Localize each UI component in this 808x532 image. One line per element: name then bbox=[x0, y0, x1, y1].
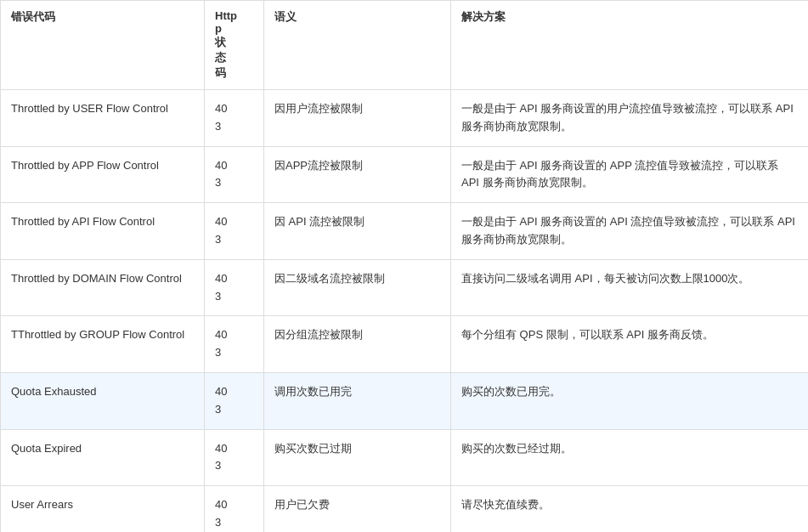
error-code-cell: Throttled by USER Flow Control bbox=[1, 90, 205, 147]
error-code-cell: TThrottled by GROUP Flow Control bbox=[1, 316, 205, 373]
meaning-cell: 调用次数已用完 bbox=[264, 372, 451, 429]
error-code-cell: Throttled by API Flow Control bbox=[1, 203, 205, 260]
meaning-cell: 因APP流控被限制 bbox=[264, 146, 451, 203]
solution-cell: 一般是由于 API 服务商设置的 APP 流控值导致被流控，可以联系 API 服… bbox=[451, 146, 809, 203]
meaning-cell: 因分组流控被限制 bbox=[264, 316, 451, 373]
http-status-cell: 40 3 bbox=[205, 316, 264, 373]
header-error-code: 错误代码 bbox=[1, 1, 205, 90]
meaning-cell: 因二级域名流控被限制 bbox=[264, 259, 451, 316]
http-status-cell: 40 3 bbox=[205, 90, 264, 147]
http-status-cell: 40 3 bbox=[205, 146, 264, 203]
header-meaning: 语义 bbox=[264, 1, 451, 90]
solution-cell: 每个分组有 QPS 限制，可以联系 API 服务商反馈。 bbox=[451, 316, 809, 373]
table-row: Throttled by APP Flow Control40 3因APP流控被… bbox=[1, 146, 809, 203]
meaning-cell: 因用户流控被限制 bbox=[264, 90, 451, 147]
table-row: Throttled by DOMAIN Flow Control40 3因二级域… bbox=[1, 259, 809, 316]
table-row: User Arrears40 3用户已欠费请尽快充值续费。 bbox=[1, 486, 809, 532]
table-row: Throttled by API Flow Control40 3因 API 流… bbox=[1, 203, 809, 260]
solution-cell: 一般是由于 API 服务商设置的 API 流控值导致被流控，可以联系 API 服… bbox=[451, 203, 809, 260]
table-row: Quota Expired40 3购买次数已过期购买的次数已经过期。 bbox=[1, 429, 809, 486]
header-solution: 解决方案 bbox=[451, 1, 809, 90]
solution-cell: 一般是由于 API 服务商设置的用户流控值导致被流控，可以联系 API 服务商协… bbox=[451, 90, 809, 147]
table-row: Throttled by USER Flow Control40 3因用户流控被… bbox=[1, 90, 809, 147]
http-status-cell: 40 3 bbox=[205, 429, 264, 486]
header-http-status: Http p 状 态 码 bbox=[205, 1, 264, 90]
solution-cell: 直接访问二级域名调用 API，每天被访问次数上限1000次。 bbox=[451, 259, 809, 316]
solution-cell: 购买的次数已经过期。 bbox=[451, 429, 809, 486]
error-code-cell: Throttled by APP Flow Control bbox=[1, 146, 205, 203]
meaning-cell: 因 API 流控被限制 bbox=[264, 203, 451, 260]
table-row: TThrottled by GROUP Flow Control40 3因分组流… bbox=[1, 316, 809, 373]
http-status-cell: 40 3 bbox=[205, 203, 264, 260]
solution-cell: 购买的次数已用完。 bbox=[451, 372, 809, 429]
error-code-cell: Quota Exhausted bbox=[1, 372, 205, 429]
error-code-cell: Quota Expired bbox=[1, 429, 205, 486]
error-code-cell: Throttled by DOMAIN Flow Control bbox=[1, 259, 205, 316]
http-status-cell: 40 3 bbox=[205, 259, 264, 316]
meaning-cell: 购买次数已过期 bbox=[264, 429, 451, 486]
http-status-cell: 40 3 bbox=[205, 486, 264, 532]
http-status-cell: 40 3 bbox=[205, 372, 264, 429]
error-code-cell: User Arrears bbox=[1, 486, 205, 532]
solution-cell: 请尽快充值续费。 bbox=[451, 486, 809, 532]
meaning-cell: 用户已欠费 bbox=[264, 486, 451, 532]
table-row: Quota Exhausted40 3调用次数已用完购买的次数已用完。 bbox=[1, 372, 809, 429]
